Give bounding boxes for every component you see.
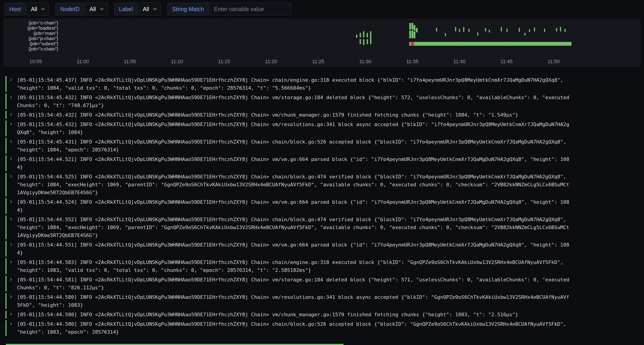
histogram-bar bbox=[409, 42, 572, 46]
variable-value-label[interactable]: All bbox=[138, 3, 161, 15]
histogram-bar bbox=[409, 23, 411, 30]
log-row[interactable]: [05-01|15:54:44.521] INFO <2AcRkXTLLtQjv… bbox=[6, 155, 640, 171]
log-row[interactable]: [05-01|15:54:44.580] INFO <2AcRkXTLLtQjv… bbox=[6, 311, 640, 319]
log-row[interactable]: [05-01|15:54:44.552] INFO <2AcRkXTLLtQjv… bbox=[6, 216, 640, 239]
log-row[interactable]: [05-01|15:54:45.437] INFO <2AcRkXTLLtQjv… bbox=[6, 76, 640, 92]
gridline bbox=[271, 21, 271, 56]
expand-chevron-icon[interactable] bbox=[9, 241, 17, 257]
expand-chevron-icon[interactable] bbox=[9, 120, 17, 136]
histogram-bar bbox=[534, 27, 535, 31]
gridline bbox=[130, 21, 130, 56]
log-level-bar bbox=[6, 93, 6, 109]
expand-chevron-icon[interactable] bbox=[9, 216, 17, 239]
expand-chevron-icon[interactable] bbox=[9, 138, 17, 154]
variables-toolbar: HostAllNodeIDAllLabelAll String Match bbox=[0, 0, 644, 18]
histogram-bar bbox=[556, 28, 557, 31]
gridline bbox=[554, 21, 554, 56]
expand-chevron-icon[interactable] bbox=[9, 293, 17, 309]
time-axis-label: 11:00 bbox=[76, 59, 88, 64]
histogram-legend: {job="c-chain"}{job="loadtest"}{job="mai… bbox=[9, 20, 58, 52]
variable-value-nodeid[interactable]: All bbox=[85, 3, 108, 15]
expand-chevron-icon[interactable] bbox=[9, 276, 17, 292]
expand-chevron-icon[interactable] bbox=[9, 173, 17, 197]
log-level-bar bbox=[6, 173, 6, 197]
time-axis-label: 11:25 bbox=[312, 59, 324, 64]
expand-chevron-icon[interactable] bbox=[9, 93, 17, 109]
log-level-bar bbox=[6, 311, 6, 319]
variable-selected-value: All bbox=[143, 6, 149, 12]
log-level-bar bbox=[6, 258, 6, 274]
histogram-bar bbox=[436, 28, 437, 31]
histogram-bar bbox=[414, 25, 415, 30]
log-level-bar bbox=[6, 138, 6, 154]
legend-item[interactable]: {job="c-chain"} bbox=[9, 20, 58, 25]
log-level-bar bbox=[6, 293, 6, 309]
log-row[interactable]: [05-01|15:54:44.580] INFO <2AcRkXTLLtQjv… bbox=[6, 293, 640, 309]
log-message: [05-01|15:54:44.583] INFO <2AcRkXTLLtQjv… bbox=[17, 258, 569, 274]
log-row[interactable]: [05-01|15:54:45.431] INFO <2AcRkXTLLtQjv… bbox=[6, 138, 640, 154]
variable-label-string-match: String Match bbox=[168, 3, 209, 15]
gridline bbox=[365, 21, 366, 56]
expand-chevron-icon[interactable] bbox=[9, 155, 17, 171]
string-match-input[interactable] bbox=[210, 3, 291, 15]
legend-item[interactable]: {job="p-chain"} bbox=[9, 36, 58, 41]
log-level-bar bbox=[6, 276, 6, 292]
log-level-bar bbox=[6, 198, 6, 214]
histogram-bar bbox=[506, 29, 508, 32]
log-row[interactable]: [05-01|15:54:45.432] INFO <2AcRkXTLLtQjv… bbox=[6, 120, 640, 136]
log-row[interactable]: [05-01|15:54:44.551] INFO <2AcRkXTLLtQjv… bbox=[6, 241, 640, 257]
log-message: [05-01|15:54:45.432] INFO <2AcRkXTLLtQjv… bbox=[17, 93, 569, 109]
gridline bbox=[460, 21, 460, 56]
log-message: [05-01|15:54:44.580] INFO <2AcRkXTLLtQjv… bbox=[17, 293, 569, 309]
log-message: [05-01|15:54:44.525] INFO <2AcRkXTLLtQjv… bbox=[17, 173, 569, 197]
histogram-bar bbox=[356, 35, 357, 38]
histogram-bar bbox=[412, 23, 413, 30]
histogram-bar bbox=[455, 27, 456, 31]
expand-chevron-icon[interactable] bbox=[9, 111, 17, 119]
legend-item[interactable]: {job="x-chain"} bbox=[9, 46, 58, 52]
time-axis-label: 10:55 bbox=[30, 59, 42, 64]
log-level-bar bbox=[6, 155, 6, 171]
expand-chevron-icon[interactable] bbox=[9, 198, 17, 214]
log-volume-panel: {job="c-chain"}{job="loadtest"}{job="mai… bbox=[4, 18, 640, 66]
time-axis-label: 11:45 bbox=[500, 59, 512, 64]
log-message: [05-01|15:54:44.524] INFO <2AcRkXTLLtQjv… bbox=[17, 198, 569, 214]
expand-chevron-icon[interactable] bbox=[9, 258, 17, 274]
log-level-bar bbox=[6, 216, 6, 239]
log-message: [05-01|15:54:44.551] INFO <2AcRkXTLLtQjv… bbox=[17, 241, 569, 257]
log-row[interactable]: [05-01|15:54:44.580] INFO <2AcRkXTLLtQjv… bbox=[6, 320, 640, 336]
chevron-down-icon bbox=[153, 7, 157, 11]
log-row[interactable]: [05-01|15:54:44.525] INFO <2AcRkXTLLtQjv… bbox=[6, 173, 640, 197]
histogram-bar bbox=[529, 29, 530, 32]
histogram-bar bbox=[468, 29, 470, 32]
log-message: [05-01|15:54:44.581] INFO <2AcRkXTLLtQjv… bbox=[17, 276, 569, 292]
log-row[interactable]: [05-01|15:54:45.432] INFO <2AcRkXTLLtQjv… bbox=[6, 93, 640, 109]
log-row[interactable]: [05-01|15:54:44.583] INFO <2AcRkXTLLtQjv… bbox=[6, 258, 640, 274]
variable-selected-value: All bbox=[90, 6, 96, 12]
variable-value-host[interactable]: All bbox=[26, 3, 49, 15]
log-row[interactable]: [05-01|15:54:45.432] INFO <2AcRkXTLLtQjv… bbox=[6, 111, 640, 119]
log-level-bar bbox=[6, 120, 6, 136]
log-level-bar bbox=[6, 241, 6, 257]
log-row[interactable]: [05-01|15:54:44.524] INFO <2AcRkXTLLtQjv… bbox=[6, 198, 640, 214]
variable-label-host: Host bbox=[4, 3, 26, 15]
time-axis-label: 11:05 bbox=[124, 59, 136, 64]
legend-item[interactable]: {job="subnet"} bbox=[9, 41, 58, 46]
histogram-bar bbox=[367, 33, 368, 37]
expand-chevron-icon[interactable] bbox=[9, 76, 17, 92]
grafana-log-dashboard: { "toolbar": { "filters": [ { "name": "h… bbox=[0, 0, 644, 345]
expand-chevron-icon[interactable] bbox=[9, 311, 17, 319]
gridline bbox=[177, 21, 177, 56]
gridline bbox=[506, 21, 507, 56]
log-row[interactable]: [05-01|15:54:44.581] INFO <2AcRkXTLLtQjv… bbox=[6, 276, 640, 292]
legend-item[interactable]: {job="loadtest"} bbox=[9, 25, 58, 31]
histogram-bar bbox=[501, 27, 502, 31]
histogram-bar bbox=[412, 30, 413, 38]
log-level-bar bbox=[6, 111, 6, 119]
variable-label-nodeid: NodeID bbox=[56, 3, 84, 15]
histogram-bar bbox=[564, 29, 566, 32]
legend-item[interactable]: {job="main"} bbox=[9, 31, 58, 36]
expand-chevron-icon[interactable] bbox=[9, 320, 17, 336]
time-axis-label: 11:30 bbox=[359, 59, 371, 64]
variable-string-match: String Match bbox=[168, 3, 291, 15]
